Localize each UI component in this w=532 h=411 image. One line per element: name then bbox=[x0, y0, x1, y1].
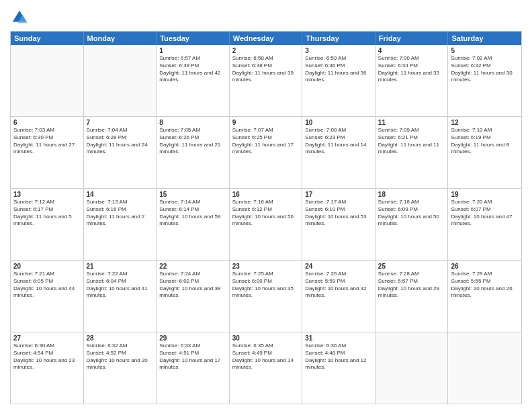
day-number: 20 bbox=[13, 263, 81, 270]
calendar-row-1: 6Sunrise: 7:03 AM Sunset: 6:30 PM Daylig… bbox=[11, 116, 521, 188]
calendar-cell: 29Sunrise: 6:33 AM Sunset: 4:51 PM Dayli… bbox=[157, 332, 230, 404]
calendar-cell: 27Sunrise: 6:30 AM Sunset: 4:54 PM Dayli… bbox=[11, 332, 84, 404]
day-number: 23 bbox=[232, 263, 300, 270]
day-info: Sunrise: 7:10 AM Sunset: 6:19 PM Dayligh… bbox=[451, 127, 519, 156]
day-number: 25 bbox=[378, 263, 445, 270]
day-number: 19 bbox=[451, 191, 519, 198]
day-info: Sunrise: 7:22 AM Sunset: 6:04 PM Dayligh… bbox=[87, 271, 154, 300]
calendar-cell: 15Sunrise: 7:14 AM Sunset: 6:14 PM Dayli… bbox=[157, 189, 230, 260]
day-info: Sunrise: 7:16 AM Sunset: 6:12 PM Dayligh… bbox=[232, 199, 300, 228]
calendar-cell: 31Sunrise: 6:36 AM Sunset: 4:48 PM Dayli… bbox=[302, 332, 375, 404]
day-info: Sunrise: 7:17 AM Sunset: 6:10 PM Dayligh… bbox=[305, 199, 372, 228]
calendar-cell: 6Sunrise: 7:03 AM Sunset: 6:30 PM Daylig… bbox=[11, 117, 84, 188]
day-info: Sunrise: 7:09 AM Sunset: 6:21 PM Dayligh… bbox=[378, 127, 445, 156]
day-number: 13 bbox=[13, 191, 81, 198]
day-number: 15 bbox=[159, 191, 226, 198]
day-number: 8 bbox=[159, 119, 226, 126]
day-info: Sunrise: 7:12 AM Sunset: 6:17 PM Dayligh… bbox=[13, 199, 81, 228]
day-info: Sunrise: 6:30 AM Sunset: 4:54 PM Dayligh… bbox=[13, 342, 81, 371]
calendar-cell: 10Sunrise: 7:08 AM Sunset: 6:23 PM Dayli… bbox=[302, 117, 375, 188]
day-info: Sunrise: 7:05 AM Sunset: 6:26 PM Dayligh… bbox=[159, 127, 226, 156]
calendar-cell: 5Sunrise: 7:02 AM Sunset: 6:32 PM Daylig… bbox=[448, 45, 521, 116]
day-number: 28 bbox=[87, 334, 154, 342]
calendar-cell: 1Sunrise: 6:57 AM Sunset: 6:39 PM Daylig… bbox=[157, 45, 230, 116]
calendar-cell: 3Sunrise: 6:59 AM Sunset: 6:36 PM Daylig… bbox=[302, 45, 375, 116]
day-number: 22 bbox=[159, 263, 226, 270]
day-info: Sunrise: 6:57 AM Sunset: 6:39 PM Dayligh… bbox=[159, 55, 226, 84]
day-number: 27 bbox=[13, 334, 81, 342]
header-day-tuesday: Tuesday bbox=[157, 32, 230, 45]
calendar-header: SundayMondayTuesdayWednesdayThursdayFrid… bbox=[11, 32, 521, 45]
day-number: 11 bbox=[378, 119, 445, 126]
day-info: Sunrise: 7:07 AM Sunset: 6:25 PM Dayligh… bbox=[232, 127, 300, 156]
day-info: Sunrise: 7:29 AM Sunset: 5:55 PM Dayligh… bbox=[451, 271, 519, 300]
day-number: 10 bbox=[305, 119, 372, 126]
day-info: Sunrise: 7:20 AM Sunset: 6:07 PM Dayligh… bbox=[451, 199, 519, 228]
calendar-body: 1Sunrise: 6:57 AM Sunset: 6:39 PM Daylig… bbox=[11, 45, 521, 404]
day-info: Sunrise: 6:35 AM Sunset: 4:49 PM Dayligh… bbox=[232, 342, 300, 371]
day-number: 17 bbox=[305, 191, 372, 198]
day-number: 9 bbox=[232, 119, 300, 126]
calendar-row-3: 20Sunrise: 7:21 AM Sunset: 6:05 PM Dayli… bbox=[11, 260, 521, 332]
calendar-cell: 4Sunrise: 7:00 AM Sunset: 6:34 PM Daylig… bbox=[375, 45, 449, 116]
header-day-thursday: Thursday bbox=[302, 32, 375, 45]
day-info: Sunrise: 7:26 AM Sunset: 5:59 PM Dayligh… bbox=[305, 271, 372, 300]
day-number: 5 bbox=[451, 47, 519, 54]
calendar-cell bbox=[448, 332, 521, 404]
calendar-cell: 2Sunrise: 6:58 AM Sunset: 6:38 PM Daylig… bbox=[230, 45, 303, 116]
day-info: Sunrise: 7:00 AM Sunset: 6:34 PM Dayligh… bbox=[378, 55, 445, 84]
calendar-cell: 11Sunrise: 7:09 AM Sunset: 6:21 PM Dayli… bbox=[375, 117, 449, 188]
day-info: Sunrise: 6:59 AM Sunset: 6:36 PM Dayligh… bbox=[305, 55, 372, 84]
day-number: 12 bbox=[451, 119, 519, 126]
calendar-cell: 22Sunrise: 7:24 AM Sunset: 6:02 PM Dayli… bbox=[157, 261, 230, 332]
header-day-wednesday: Wednesday bbox=[230, 32, 303, 45]
calendar-cell bbox=[11, 45, 84, 116]
day-info: Sunrise: 6:58 AM Sunset: 6:38 PM Dayligh… bbox=[232, 55, 300, 84]
page-header bbox=[10, 7, 522, 27]
day-number: 6 bbox=[13, 119, 81, 126]
calendar-cell: 23Sunrise: 7:25 AM Sunset: 6:00 PM Dayli… bbox=[230, 261, 303, 332]
calendar-cell: 21Sunrise: 7:22 AM Sunset: 6:04 PM Dayli… bbox=[84, 261, 157, 332]
day-number: 18 bbox=[378, 191, 445, 198]
day-number: 4 bbox=[378, 47, 445, 54]
calendar-row-2: 13Sunrise: 7:12 AM Sunset: 6:17 PM Dayli… bbox=[11, 188, 521, 260]
day-number: 26 bbox=[451, 263, 519, 270]
calendar-cell: 20Sunrise: 7:21 AM Sunset: 6:05 PM Dayli… bbox=[11, 261, 84, 332]
day-info: Sunrise: 6:33 AM Sunset: 4:51 PM Dayligh… bbox=[159, 342, 226, 371]
day-number: 1 bbox=[159, 47, 226, 54]
calendar-cell: 24Sunrise: 7:26 AM Sunset: 5:59 PM Dayli… bbox=[302, 261, 375, 332]
calendar-cell: 19Sunrise: 7:20 AM Sunset: 6:07 PM Dayli… bbox=[448, 189, 521, 260]
calendar-cell: 8Sunrise: 7:05 AM Sunset: 6:26 PM Daylig… bbox=[157, 117, 230, 188]
header-day-sunday: Sunday bbox=[11, 32, 84, 45]
calendar-cell: 25Sunrise: 7:28 AM Sunset: 5:57 PM Dayli… bbox=[375, 261, 449, 332]
header-day-monday: Monday bbox=[84, 32, 157, 45]
calendar-cell: 13Sunrise: 7:12 AM Sunset: 6:17 PM Dayli… bbox=[11, 189, 84, 260]
day-info: Sunrise: 7:08 AM Sunset: 6:23 PM Dayligh… bbox=[305, 127, 372, 156]
calendar-row-0: 1Sunrise: 6:57 AM Sunset: 6:39 PM Daylig… bbox=[11, 45, 521, 116]
day-info: Sunrise: 7:28 AM Sunset: 5:57 PM Dayligh… bbox=[378, 271, 445, 300]
day-info: Sunrise: 7:24 AM Sunset: 6:02 PM Dayligh… bbox=[159, 271, 226, 300]
day-number: 31 bbox=[305, 334, 372, 342]
calendar-cell: 26Sunrise: 7:29 AM Sunset: 5:55 PM Dayli… bbox=[448, 261, 521, 332]
day-info: Sunrise: 7:25 AM Sunset: 6:00 PM Dayligh… bbox=[232, 271, 300, 300]
day-number: 16 bbox=[232, 191, 300, 198]
day-info: Sunrise: 7:04 AM Sunset: 6:28 PM Dayligh… bbox=[87, 127, 154, 156]
header-day-saturday: Saturday bbox=[448, 32, 521, 45]
calendar-cell: 9Sunrise: 7:07 AM Sunset: 6:25 PM Daylig… bbox=[230, 117, 303, 188]
day-number: 3 bbox=[305, 47, 372, 54]
calendar-cell: 7Sunrise: 7:04 AM Sunset: 6:28 PM Daylig… bbox=[84, 117, 157, 188]
day-info: Sunrise: 6:36 AM Sunset: 4:48 PM Dayligh… bbox=[305, 342, 372, 371]
logo bbox=[10, 7, 29, 27]
calendar-cell: 17Sunrise: 7:17 AM Sunset: 6:10 PM Dayli… bbox=[302, 189, 375, 260]
calendar-cell: 30Sunrise: 6:35 AM Sunset: 4:49 PM Dayli… bbox=[230, 332, 303, 404]
day-info: Sunrise: 7:18 AM Sunset: 6:09 PM Dayligh… bbox=[378, 199, 445, 228]
calendar-cell: 14Sunrise: 7:13 AM Sunset: 6:16 PM Dayli… bbox=[84, 189, 157, 260]
day-number: 14 bbox=[87, 191, 154, 198]
logo-icon bbox=[10, 8, 29, 27]
calendar-row-4: 27Sunrise: 6:30 AM Sunset: 4:54 PM Dayli… bbox=[11, 332, 521, 404]
calendar-cell bbox=[84, 45, 157, 116]
day-number: 24 bbox=[305, 263, 372, 270]
day-number: 21 bbox=[87, 263, 154, 270]
day-info: Sunrise: 7:03 AM Sunset: 6:30 PM Dayligh… bbox=[13, 127, 81, 156]
calendar-cell: 16Sunrise: 7:16 AM Sunset: 6:12 PM Dayli… bbox=[230, 189, 303, 260]
